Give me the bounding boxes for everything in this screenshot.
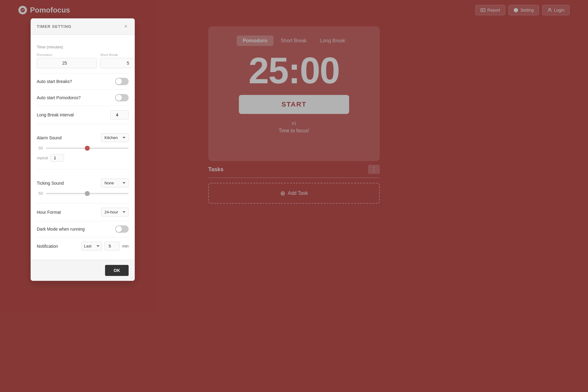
alarm-repeat-input[interactable] [51,154,64,162]
alarm-repeat-row: repeat [37,153,129,164]
auto-breaks-label: Auto start Breaks? [37,79,72,84]
alarm-sound-label: Alarm Sound [37,135,62,140]
alarm-sound-select[interactable]: Kitchen Bell Bird Digital Wood [101,133,129,142]
modal-overlay[interactable]: TIMER SETTING × Time (minutes) Pomodoro … [0,0,588,392]
short-break-time-group: Short Break [100,53,135,68]
notification-controls: Last Every min [81,242,129,251]
modal-header: TIMER SETTING × [31,18,135,35]
modal-body: Time (minutes) Pomodoro Short Break Long… [31,35,135,260]
long-break-interval-input[interactable] [110,110,129,119]
ticking-sound-row: Ticking Sound None Slow Fast [37,174,129,189]
modal-footer: OK [31,260,135,281]
alarm-sound-row: Alarm Sound Kitchen Bell Bird Digital Wo… [37,129,129,143]
hour-format-row: Hour Format 12-hour 24-hour [37,203,129,221]
long-break-interval-label: Long Break interval [37,112,74,117]
auto-breaks-toggle[interactable] [115,78,129,85]
short-break-time-input[interactable] [100,58,135,68]
notification-unit: min [122,244,129,248]
pomodoro-time-group: Pomodoro [37,53,97,68]
settings-modal: TIMER SETTING × Time (minutes) Pomodoro … [31,18,135,281]
ticking-sound-label: Ticking Sound [37,181,64,186]
auto-breaks-row: Auto start Breaks? [37,74,129,90]
ticking-volume-value: 50 [37,191,43,196]
time-inputs: Pomodoro Short Break Long Break [37,53,129,68]
ticking-volume-row: 50 [37,189,129,198]
ok-button[interactable]: OK [105,265,129,276]
notification-row: Notification Last Every min [37,237,129,255]
ticking-volume-slider[interactable] [46,193,129,194]
ticking-sound-section: Ticking Sound None Slow Fast 50 [37,169,129,203]
pomodoro-time-label: Pomodoro [37,53,97,57]
dark-mode-label: Dark Mode when running [37,227,85,232]
modal-close-button[interactable]: × [123,23,129,30]
ticking-sound-select[interactable]: None Slow Fast [101,179,129,187]
alarm-repeat-label: repeat [37,156,48,160]
alarm-volume-value: 50 [37,146,43,150]
notification-value-input[interactable] [104,242,120,251]
auto-pomodoros-row: Auto start Pomodoros? [37,90,129,106]
auto-pomodoros-label: Auto start Pomodoros? [37,95,81,100]
alarm-volume-row: 50 [37,143,129,153]
notification-type-select[interactable]: Last Every [81,242,102,251]
hour-format-label: Hour Format [37,210,61,215]
time-section-title: Time (minutes) [37,45,129,49]
alarm-sound-section: Alarm Sound Kitchen Bell Bird Digital Wo… [37,124,129,169]
long-break-interval-row: Long Break interval [37,106,129,124]
dark-mode-row: Dark Mode when running [37,221,129,237]
pomodoro-time-input[interactable] [37,58,97,68]
notification-label: Notification [37,244,58,249]
alarm-volume-slider[interactable] [46,148,129,149]
short-break-time-label: Short Break [100,53,135,57]
modal-title: TIMER SETTING [37,24,71,29]
time-section: Time (minutes) Pomodoro Short Break Long… [37,40,129,74]
auto-pomodoros-toggle[interactable] [115,94,129,101]
hour-format-select[interactable]: 12-hour 24-hour [101,208,129,217]
dark-mode-toggle[interactable] [115,225,129,233]
